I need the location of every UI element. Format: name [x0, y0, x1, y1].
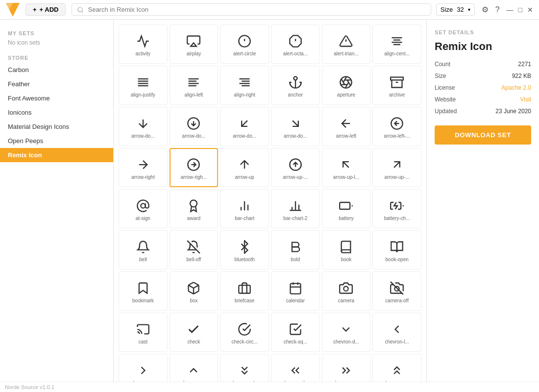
help-icon[interactable]: ?: [495, 5, 500, 14]
icon-label: align-justify: [131, 92, 155, 98]
award-icon: [187, 199, 200, 213]
icon-cell-arrow-right[interactable]: arrow-right: [119, 148, 168, 187]
battery-icon: [339, 199, 353, 213]
icon-cell-bookmark[interactable]: bookmark: [119, 271, 168, 311]
icon-cell-chevron-l[interactable]: chevron-l...: [372, 313, 421, 352]
icon-cell-arrow-left2[interactable]: arrow-left-...: [372, 107, 421, 146]
icon-label: aperture: [337, 92, 355, 98]
arrow-down-right-icon: [289, 117, 302, 130]
svg-rect-65: [340, 202, 350, 209]
svg-line-3: [82, 11, 83, 12]
icon-cell-camera[interactable]: camera: [322, 271, 371, 311]
sidebar-item-feather[interactable]: Feather: [0, 77, 113, 91]
icon-cell-box[interactable]: box: [170, 271, 219, 311]
icon-cell-bluetooth[interactable]: bluetooth: [220, 230, 269, 270]
icon-cell-battery-ch[interactable]: battery-ch...: [372, 189, 421, 228]
icon-cell-extra5[interactable]: chevrons-r...: [322, 354, 371, 382]
settings-icon[interactable]: ⚙: [482, 5, 489, 14]
icon-cell-aperture[interactable]: aperture: [322, 66, 371, 105]
icon-cell-book[interactable]: book: [322, 230, 371, 270]
icon-cell-arrow-do4[interactable]: arrow-do...: [271, 107, 320, 146]
license-link[interactable]: Apache 2.0: [501, 84, 531, 91]
alert-triangle-icon: [339, 34, 353, 48]
icon-cell-battery[interactable]: battery: [322, 189, 371, 228]
icon-cell-align-cent[interactable]: align-cent...: [372, 24, 421, 64]
icon-cell-extra1[interactable]: chevron-r...: [119, 354, 168, 382]
icon-cell-cast[interactable]: cast: [119, 313, 168, 352]
sidebar-item-carbon[interactable]: Carbon: [0, 63, 113, 77]
download-button[interactable]: DOWNLOAD SET: [435, 125, 531, 145]
icon-label: briefcase: [235, 298, 255, 303]
camera-icon: [339, 281, 353, 295]
alert-octa-icon: [289, 34, 302, 48]
sidebar-item-material-design[interactable]: Material Design Icons: [0, 120, 113, 134]
book-open-icon: [390, 240, 404, 254]
icon-cell-anchor[interactable]: anchor: [271, 66, 320, 105]
icon-cell-bold[interactable]: bold: [271, 230, 320, 270]
icon-cell-camera-off[interactable]: camera-off: [372, 271, 421, 311]
icon-cell-extra6[interactable]: chevrons-u...: [372, 354, 421, 382]
svg-marker-4: [191, 43, 197, 46]
icon-cell-arrow-up[interactable]: arrow-up: [220, 148, 269, 187]
right-panel: SET DETAILS Remix Icon Count 2271 Size 9…: [426, 20, 539, 382]
maximize-button[interactable]: □: [518, 6, 522, 14]
align-right-icon: [238, 75, 251, 89]
icon-label: arrow-up-l...: [333, 174, 359, 180]
icon-cell-align-left[interactable]: align-left: [170, 66, 219, 105]
icon-cell-align-right[interactable]: align-right: [220, 66, 269, 105]
icon-label: bar-chart: [235, 216, 254, 221]
icon-cell-bell[interactable]: bell: [119, 230, 168, 270]
icon-cell-extra3[interactable]: chevrons-d...: [220, 354, 269, 382]
icon-cell-arrow-do3[interactable]: arrow-do...: [220, 107, 269, 146]
icon-cell-bar-chart-2[interactable]: bar-chart-2: [271, 189, 320, 228]
no-sets-text: No icon sets: [0, 38, 113, 50]
icon-cell-extra2[interactable]: chevron-u...: [170, 354, 219, 382]
icon-cell-alert-circle[interactable]: alert-circle: [220, 24, 269, 64]
icon-cell-arrow-up2[interactable]: arrow-up-...: [271, 148, 320, 187]
icon-cell-chevron-d[interactable]: chevron-d...: [322, 313, 371, 352]
sidebar-item-remix-icon[interactable]: Remix Icon: [0, 148, 113, 162]
icon-cell-check-circ[interactable]: check-circ...: [220, 313, 269, 352]
icon-cell-extra4[interactable]: chevrons-l...: [271, 354, 320, 382]
search-input[interactable]: [88, 6, 425, 13]
icon-cell-arrow-right2[interactable]: arrow-righ...: [170, 148, 219, 187]
icon-cell-check-sq[interactable]: check-sq...: [271, 313, 320, 352]
icon-cell-book-open[interactable]: book-open: [372, 230, 421, 270]
license-row: License Apache 2.0: [435, 83, 531, 92]
add-button[interactable]: + + ADD: [25, 3, 66, 16]
minimize-button[interactable]: —: [507, 6, 514, 14]
icon-cell-archive[interactable]: archive: [372, 66, 421, 105]
size-selector[interactable]: Size 32 ▾: [436, 3, 475, 16]
icon-cell-bell-off[interactable]: bell-off: [170, 230, 219, 270]
icon-cell-arrow-do1[interactable]: arrow-do...: [119, 107, 168, 146]
arrow-right-icon: [136, 158, 150, 172]
sidebar-item-font-awesome[interactable]: Font Awesome: [0, 91, 113, 105]
icon-cell-alert-octa[interactable]: alert-octa...: [271, 24, 320, 64]
icon-cell-bar-chart[interactable]: bar-chart: [220, 189, 269, 228]
icon-cell-arrow-left[interactable]: arrow-left: [322, 107, 371, 146]
icon-label: anchor: [288, 92, 303, 98]
icon-cell-activity[interactable]: activity: [119, 24, 168, 64]
icon-cell-arrow-up-l[interactable]: arrow-up-l...: [322, 148, 371, 187]
sidebar-item-ionicons[interactable]: Ionicons: [0, 105, 113, 120]
icon-cell-award[interactable]: award: [170, 189, 219, 228]
icon-cell-airplay[interactable]: airplay: [170, 24, 219, 64]
icon-cell-briefcase[interactable]: briefcase: [220, 271, 269, 311]
license-label: License: [435, 84, 455, 91]
icon-label: check: [187, 339, 200, 344]
icon-cell-arrow-up-r[interactable]: arrow-up-...: [372, 148, 421, 187]
website-row: Website Visit: [435, 95, 531, 104]
icon-cell-arrow-do2[interactable]: arrow-do...: [170, 107, 219, 146]
icon-cell-check[interactable]: check: [170, 313, 219, 352]
icon-cell-alert-trian[interactable]: alert-trian...: [322, 24, 371, 64]
icon-cell-at-sign[interactable]: at-sign: [119, 189, 168, 228]
icon-cell-align-justify[interactable]: align-justify: [119, 66, 168, 105]
website-link[interactable]: Visit: [520, 96, 531, 103]
icon-cell-calendar[interactable]: calendar: [271, 271, 320, 311]
close-button[interactable]: ✕: [527, 6, 533, 14]
activity-icon: [136, 34, 150, 48]
sidebar-item-open-peeps[interactable]: Open Peeps: [0, 134, 113, 148]
icon-label: arrow-do...: [131, 133, 155, 139]
bell-icon: [136, 240, 150, 254]
arrow-up-circle-icon: [289, 158, 302, 172]
